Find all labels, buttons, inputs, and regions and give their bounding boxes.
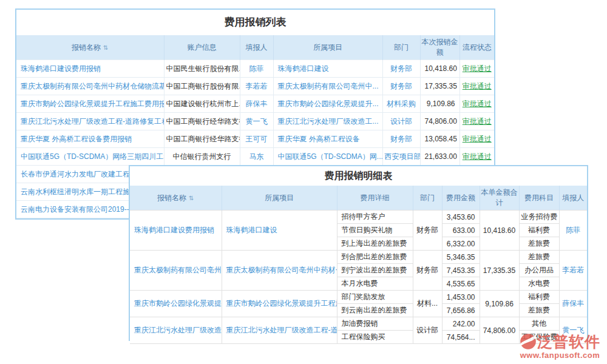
dept-link[interactable]: 设计部	[390, 117, 412, 126]
expense-detail-text: 到合肥出差的差旅费	[342, 252, 407, 261]
detail-amount-cell: 7,656.86	[442, 304, 480, 317]
detail-column-header-project: 所属项目	[222, 186, 337, 211]
status-link[interactable]: 审批通过	[463, 135, 492, 143]
amount-text: 1,453.00	[447, 293, 475, 302]
filler-link[interactable]: 陈菲	[566, 226, 580, 234]
amount-cell-cell: 21,633.00	[420, 148, 459, 166]
status-link[interactable]: 审批通过	[463, 82, 492, 90]
status-link-cell: 审批通过	[459, 60, 494, 78]
expense-detail-header-row: 报销名称⇅所属项目费用详细部门费用金额本单金额合计费用科目填报人	[130, 186, 587, 211]
account-cell-cell: 中信银行贵州支行	[164, 148, 240, 166]
amount-cell-cell: 74,806.00	[420, 113, 459, 130]
dept-text: 财务部	[416, 266, 438, 274]
status-link[interactable]: 审批通过	[463, 117, 492, 126]
detail-amount-cell: 242.00	[442, 317, 480, 331]
amount-text: 3,453.60	[447, 213, 475, 221]
total-amount-text: 10,418.60	[483, 226, 515, 235]
list-column-header-name[interactable]: 报销名称⇅	[16, 35, 164, 60]
dept-link[interactable]: 财务部	[390, 135, 412, 143]
detail-filler-cell: 陈菲	[559, 211, 587, 251]
detail-column-header-name[interactable]: 报销名称⇅	[130, 186, 222, 211]
dept-link[interactable]: 西安项目部	[385, 152, 421, 161]
amount-cell: 21,633.00	[425, 152, 457, 161]
expense-detail-text: 到上海出差的差旅费	[342, 239, 407, 248]
project-link[interactable]: 重庆太极制药有限公司亳州中药材仓储物流	[226, 266, 337, 274]
project-link-cell: 重庆市鹅岭公园绿化景观提升...	[273, 95, 382, 113]
column-label: 所属项目	[265, 194, 294, 202]
list-column-header-amount: 本次报销金额	[420, 35, 459, 60]
category-text: 福利费	[528, 292, 550, 301]
account-cell-cell: 中国建设银行杭州市上...	[164, 95, 240, 113]
expense-name-link[interactable]: 珠海鹤港口建设费用报销	[134, 226, 214, 234]
detail-item-cell: 到上海出差的差旅费	[337, 237, 413, 251]
filler-link[interactable]: 陈菲	[249, 64, 264, 73]
project-link[interactable]: 重庆市鹅岭公园绿化景观提升工程施工	[226, 299, 337, 308]
expense-name-link[interactable]: 重庆华夏 外高桥工程设备费用报销	[21, 135, 132, 143]
detail-name-cell: 珠海鹤港口建设费用报销	[130, 211, 222, 251]
filler-link[interactable]: 王可可	[246, 135, 268, 143]
dept-link[interactable]: 财务部	[390, 82, 412, 90]
detail-amount-cell: 6,332.00	[442, 237, 480, 251]
filler-link-cell: 王可可	[240, 130, 273, 148]
filler-link-cell: 薛保丰	[240, 95, 273, 113]
expense-name-link[interactable]: 重庆市鹅岭公园绿化景观提升工程施工费用报销	[21, 99, 164, 108]
detail-column-header-amount: 费用金额	[442, 186, 480, 211]
detail-dept-cell: 材料...	[413, 291, 442, 317]
project-link[interactable]: 重庆江北污水处理厂级改造工程-道路修复工	[226, 326, 337, 334]
filler-link[interactable]: 薛保丰	[246, 99, 268, 108]
detail-filler-cell: 薛保丰	[559, 291, 587, 317]
sort-icon[interactable]: ⇅	[189, 195, 194, 201]
detail-table-row: 珠海鹤港口建设费用报销珠海鹤港口建设招待甲方客户财务部3,453.6010,41…	[130, 211, 587, 224]
project-link[interactable]: 中国联通5G（TD-SCDMA）网...	[278, 152, 383, 161]
status-link-cell: 审批通过	[459, 113, 494, 130]
filler-link[interactable]: 李若若	[246, 82, 268, 90]
expense-name-link[interactable]: 重庆太极制药有限公司亳州中药材仓储物流基地项...	[21, 82, 164, 90]
status-link[interactable]: 审批通过	[463, 99, 492, 108]
list-table-row: 重庆江北污水处理厂级改造工程-道路修复工程费用...中国工商银行经华路支行黄一飞…	[16, 113, 494, 130]
expense-name-link-cell: 重庆江北污水处理厂级改造工程-道路修复工程费用...	[16, 113, 164, 130]
filler-link[interactable]: 薛保丰	[562, 299, 584, 308]
filler-link[interactable]: 马东	[249, 152, 264, 161]
filler-link-cell: 马东	[240, 148, 273, 166]
project-link[interactable]: 重庆华夏 外高桥工程设备	[278, 135, 360, 143]
project-link[interactable]: 重庆太极制药有限公司亳州中...	[278, 82, 379, 90]
expense-name-link[interactable]: 重庆江北污水处理厂级改造工程-道路修复工程费用...	[21, 117, 164, 126]
project-link[interactable]: 重庆江北污水处理厂级改造工...	[278, 117, 379, 126]
filler-link-cell: 黄一飞	[240, 113, 273, 130]
expense-name-link[interactable]: 重庆市鹅岭公园绿化景观提升工程	[134, 299, 222, 308]
account-cell: 中国工商银行股份有限...	[166, 82, 240, 90]
detail-category-cell: 福利费	[519, 291, 559, 304]
expense-name-link[interactable]: 中国联通5G（TD-SCDMA）网络三期四川工程费...	[21, 152, 164, 161]
expense-name-link[interactable]: 重庆太极制药有限公司亳州中药材	[134, 266, 222, 274]
detail-column-header-total: 本单金额合计	[480, 186, 519, 211]
expense-name-link[interactable]: 重庆江北污水处理厂级改造工程-	[134, 326, 222, 334]
status-link-cell: 审批通过	[459, 130, 494, 148]
dept-link[interactable]: 材料采购	[387, 99, 416, 108]
detail-column-header-filler: 填报人	[559, 186, 587, 211]
project-link[interactable]: 重庆市鹅岭公园绿化景观提升...	[278, 99, 379, 108]
status-link[interactable]: 审批通过	[463, 64, 492, 73]
amount-cell-cell: 13,058.45	[420, 130, 459, 148]
column-label: 费用科目	[524, 194, 554, 202]
column-label: 部门	[394, 43, 409, 52]
amount-text: 633.00	[453, 226, 475, 235]
expense-name-link[interactable]: 珠海鹤港口建设费用报销	[21, 64, 101, 73]
sort-icon[interactable]: ⇅	[103, 44, 108, 51]
expense-name-link-cell: 珠海鹤港口建设费用报销	[16, 60, 164, 78]
filler-link[interactable]: 黄一飞	[246, 117, 268, 126]
project-link[interactable]: 珠海鹤港口建设	[278, 64, 329, 73]
dept-link-cell: 财务部	[382, 60, 420, 78]
detail-table-row: 重庆太极制药有限公司亳州中药材重庆太极制药有限公司亳州中药材仓储物流到合肥出差的…	[130, 251, 587, 264]
account-cell: 中国民生银行股份有限...	[166, 64, 240, 73]
filler-link[interactable]: 李若若	[562, 266, 584, 274]
brand-logo: 泛普软件 www.fanpusoft.com	[520, 333, 600, 359]
dept-link[interactable]: 财务部	[390, 64, 412, 73]
detail-item-cell: 到云南出差的差旅费	[337, 304, 413, 317]
detail-category-cell: 差旅费	[519, 237, 559, 251]
dept-link-cell: 财务部	[382, 130, 420, 148]
filler-link-cell: 陈菲	[240, 60, 273, 78]
status-link[interactable]: 审批通过	[463, 152, 492, 161]
brand-name: 泛普软件	[537, 334, 600, 349]
project-link[interactable]: 珠海鹤港口建设	[226, 226, 277, 234]
expense-name-link-cell: 中国联通5G（TD-SCDMA）网络三期四川工程费...	[16, 148, 164, 166]
